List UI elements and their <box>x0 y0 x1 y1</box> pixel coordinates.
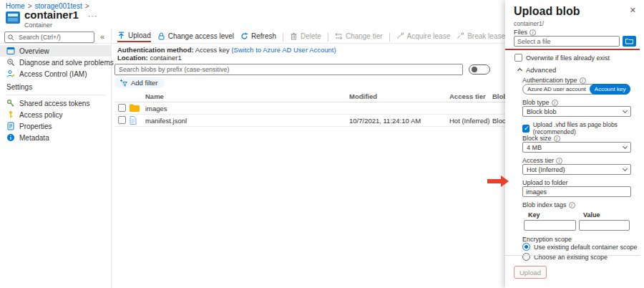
column-header-name[interactable]: Name <box>145 92 349 100</box>
sidebar-item-label: Access Control (IAM) <box>19 70 87 78</box>
page-header: container1 ··· Container <box>6 9 98 29</box>
blob-prefix-search <box>114 64 463 75</box>
blob-modified: 10/7/2021, 11:24:10 AM <box>349 117 449 125</box>
info-icon[interactable]: i <box>556 158 562 164</box>
sidebar-item-label: Diagnose and solve problems <box>19 59 114 67</box>
blob-name-link[interactable]: images <box>145 105 349 112</box>
switch-auth-link[interactable]: (Switch to Azure AD User Account) <box>231 46 336 54</box>
radio-selected-icon[interactable] <box>522 243 530 251</box>
command-label: Acquire lease <box>407 32 451 40</box>
panel-divider <box>505 255 640 256</box>
shared-access-token-icon <box>6 99 15 107</box>
sidebar-item-label: Overview <box>19 47 49 55</box>
acquire-lease-button[interactable]: Acquire lease <box>396 32 451 42</box>
annotation-arrow <box>487 176 509 187</box>
upload-folder-label: Upload to folder <box>522 179 568 186</box>
column-header-modified[interactable]: Modified <box>349 92 449 100</box>
blob-access-tier: Hot (Inferred) <box>449 117 492 125</box>
lock-icon <box>157 32 165 40</box>
sidebar-item-shared-access-tokens[interactable]: Shared access tokens <box>0 97 111 109</box>
tag-headers: Key Value <box>528 211 600 219</box>
encryption-option-default[interactable]: Use existing default container scope <box>522 243 638 251</box>
access-tier-select[interactable]: Hot (Inferred) <box>522 164 631 175</box>
tag-key-header: Key <box>528 211 583 219</box>
upload-blob-panel: Upload blob ✕ container1/ Files i Overwr… <box>505 0 644 288</box>
sidebar-divider <box>111 29 112 288</box>
block-size-select[interactable]: 4 MB <box>522 142 631 153</box>
upload-submit-button[interactable]: Upload <box>514 266 547 279</box>
azure-portal-page: Home>storage001test> container1 ··· Cont… <box>0 0 644 288</box>
vhd-option[interactable]: Upload .vhd files as page blobs (recomme… <box>522 121 644 135</box>
browse-files-button[interactable] <box>623 36 636 47</box>
blob-type-value: Block blob <box>527 108 557 115</box>
vhd-checkbox[interactable] <box>522 125 530 133</box>
blob-name-link[interactable]: manifest.jsonl <box>145 117 349 125</box>
sidebar-item-diagnose[interactable]: Diagnose and solve problems <box>0 57 111 68</box>
close-icon[interactable]: ✕ <box>630 6 636 15</box>
command-label: Upload <box>128 32 151 39</box>
trash-icon <box>290 32 298 40</box>
auth-method-label: Authentication method: <box>117 46 194 54</box>
info-icon[interactable]: i <box>554 135 560 142</box>
add-filter-label: Add filter <box>131 79 158 87</box>
info-icon[interactable]: i <box>552 100 558 106</box>
row-checkbox[interactable] <box>118 116 126 124</box>
info-icon[interactable]: i <box>530 29 536 36</box>
vhd-label: Upload .vhd files as page blobs (recomme… <box>533 121 644 135</box>
file-icon <box>130 116 140 125</box>
overwrite-label: Overwrite if files already exist <box>526 54 610 62</box>
sidebar-item-label: Shared access tokens <box>19 100 89 107</box>
toolbar-separator <box>389 33 390 42</box>
overwrite-checkbox[interactable] <box>514 54 522 62</box>
info-icon[interactable]: i <box>580 77 586 84</box>
blob-type-select[interactable]: Block blob <box>522 106 631 117</box>
table-row-images[interactable]: images <box>114 102 544 115</box>
change-access-level-button[interactable]: Change access level <box>157 32 234 42</box>
upload-folder-input[interactable] <box>522 186 631 197</box>
tag-value-input[interactable] <box>579 220 630 231</box>
folder-icon <box>130 104 140 112</box>
command-label: Delete <box>301 32 321 40</box>
encryption-option-existing[interactable]: Choose an existing scope <box>522 253 608 261</box>
blob-prefix-search-input[interactable] <box>119 66 459 73</box>
sidebar-item-metadata[interactable]: Metadata <box>0 132 111 143</box>
collapse-sidebar-button[interactable]: « <box>100 32 104 41</box>
info-icon[interactable]: i <box>569 202 575 208</box>
command-label: Change tier <box>346 32 383 40</box>
command-label: Change access level <box>168 32 234 40</box>
title-context-menu[interactable]: ··· <box>88 11 98 20</box>
add-filter-button[interactable]: Add filter <box>114 77 165 88</box>
swap-arrows-icon <box>335 32 343 40</box>
panel-subtitle: container1/ <box>514 20 544 27</box>
refresh-icon <box>240 32 248 40</box>
advanced-expander[interactable]: Advanced <box>518 66 556 74</box>
upload-command-button[interactable]: Upload <box>117 32 151 42</box>
access-tier-label: Access tier i <box>522 157 562 164</box>
auth-option-azure-ad[interactable]: Azure AD user account <box>523 86 590 92</box>
refresh-button[interactable]: Refresh <box>240 32 276 42</box>
sidebar-item-properties[interactable]: Properties <box>0 120 111 132</box>
sidebar-item-access-policy[interactable]: Access policy <box>0 109 111 120</box>
page-subtitle: Container <box>24 21 98 29</box>
tag-key-input[interactable] <box>524 220 576 231</box>
change-tier-button[interactable]: Change tier <box>335 32 383 42</box>
deleted-blobs-toggle[interactable] <box>469 64 490 75</box>
table-row-manifest[interactable]: manifest.jsonl 10/7/2021, 11:24:10 AM Ho… <box>114 115 544 127</box>
column-header-access-tier[interactable]: Access tier <box>449 92 492 100</box>
sidebar-search-input[interactable] <box>19 34 91 41</box>
files-label: Files i <box>514 29 536 36</box>
overwrite-option[interactable]: Overwrite if files already exist <box>514 54 610 62</box>
row-checkbox[interactable] <box>118 104 126 112</box>
sidebar-section-divider <box>6 95 105 95</box>
sidebar-item-overview[interactable]: Overview <box>0 45 111 57</box>
radio-icon[interactable] <box>522 253 530 261</box>
sidebar-search <box>4 32 94 43</box>
toolbar-separator <box>283 33 283 42</box>
chevron-up-icon <box>517 68 522 73</box>
file-select-input[interactable] <box>514 36 620 47</box>
break-lease-button[interactable]: Break lease <box>457 32 505 42</box>
delete-button[interactable]: Delete <box>290 32 321 42</box>
auth-option-account-key[interactable]: Account key <box>590 84 631 95</box>
sidebar-item-access-control[interactable]: Access Control (IAM) <box>0 68 111 80</box>
command-label: Refresh <box>251 32 276 40</box>
